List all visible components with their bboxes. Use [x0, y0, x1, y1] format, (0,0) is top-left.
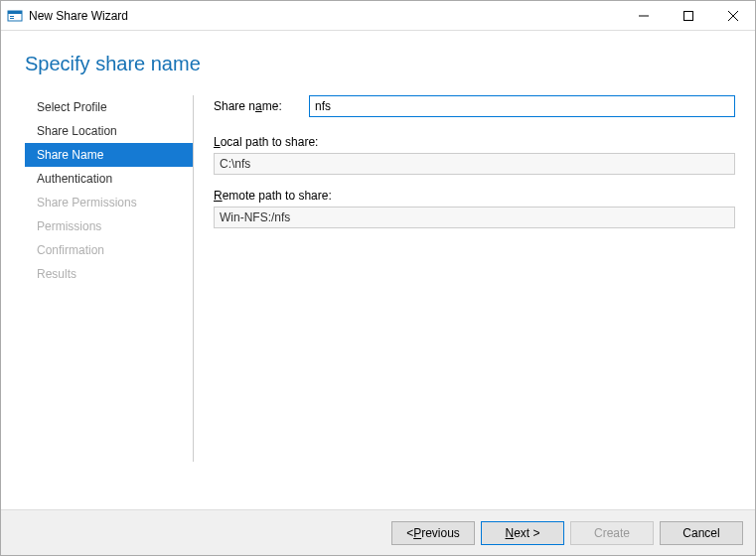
page-heading: Specify share name: [1, 31, 755, 95]
body: Select Profile Share Location Share Name…: [1, 95, 755, 509]
svg-rect-3: [10, 18, 14, 19]
content: Specify share name Select Profile Share …: [1, 31, 755, 509]
local-path-label: Local path to share:: [214, 135, 735, 149]
nav-share-name[interactable]: Share Name: [25, 143, 193, 167]
svg-rect-1: [8, 11, 22, 14]
nav-share-location[interactable]: Share Location: [25, 119, 193, 143]
window-controls: [621, 1, 755, 30]
cancel-button[interactable]: Cancel: [660, 521, 743, 545]
close-button[interactable]: [710, 1, 755, 30]
share-name-input[interactable]: [309, 95, 735, 117]
create-button: Create: [570, 521, 654, 545]
local-path-field: C:\nfs: [214, 153, 735, 175]
nav-authentication[interactable]: Authentication: [25, 167, 193, 191]
remote-path-field: Win-NFS:/nfs: [214, 207, 735, 228]
nav-permissions: Permissions: [25, 214, 193, 238]
previous-button[interactable]: < Previous: [391, 521, 475, 545]
nav-results: Results: [25, 262, 193, 286]
app-icon: [7, 8, 23, 24]
share-name-label: Share name:: [214, 99, 309, 113]
footer: < Previous Next > Create Cancel: [1, 509, 755, 555]
minimize-button[interactable]: [621, 1, 666, 30]
maximize-button[interactable]: [666, 1, 710, 30]
nav-confirmation: Confirmation: [25, 238, 193, 262]
row-local-path: Local path to share: C:\nfs: [214, 135, 735, 175]
nav-select-profile[interactable]: Select Profile: [25, 95, 193, 119]
row-share-name: Share name:: [214, 95, 735, 117]
titlebar: New Share Wizard: [1, 1, 755, 31]
remote-path-label: Remote path to share:: [214, 189, 735, 203]
svg-rect-5: [683, 11, 692, 20]
row-remote-path: Remote path to share: Win-NFS:/nfs: [214, 189, 735, 228]
next-button[interactable]: Next >: [481, 521, 564, 545]
wizard-nav: Select Profile Share Location Share Name…: [25, 95, 194, 462]
nav-share-permissions: Share Permissions: [25, 191, 193, 214]
form-area: Share name: Local path to share: C:\nfs …: [194, 95, 755, 509]
window-title: New Share Wizard: [29, 9, 128, 23]
svg-rect-2: [10, 16, 14, 17]
